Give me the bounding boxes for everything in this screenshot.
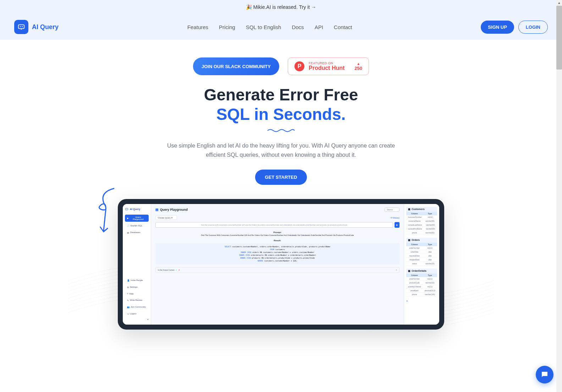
nav-link-pricing[interactable]: Pricing: [219, 24, 235, 30]
sidebar-item-label: Settings: [130, 286, 138, 288]
announcement-bar: 🎉 Mikie.AI is released. Try it →: [0, 0, 562, 14]
sidebar-item-join-community[interactable]: 👥Join Community: [125, 304, 149, 310]
app-sidebar: AI Query ▶Query Playground 📄Explain SQL …: [123, 204, 151, 325]
app-main-header: ▤Query Playground Demo: [155, 208, 400, 212]
hero-badges: JOIN OUR SLACK COMMUNITY P FEATURED ON P…: [7, 57, 555, 75]
nav-link-features[interactable]: Features: [187, 24, 208, 30]
svg-rect-3: [125, 208, 128, 210]
nav-link-sql-to-english[interactable]: SQL to English: [246, 24, 281, 30]
schema-table-card: ▦ CustomersColumnTypecustomerNumberint(1…: [406, 207, 437, 235]
schema-columns-header: ColumnType: [406, 212, 437, 215]
product-hunt-icon: P: [294, 61, 304, 71]
database-select[interactable]: Demo: [385, 208, 400, 212]
ph-featured-label: FEATURED ON: [309, 61, 345, 65]
schema-table-header[interactable]: ▦ OrderDetails: [406, 269, 437, 274]
feedback-incorrect-button[interactable]: ✗: [178, 269, 180, 271]
logout-icon: ↪: [127, 313, 129, 315]
query-controls: Create Query ▾ ⟳ History: [155, 215, 400, 220]
sidebar-item-label: Databases: [130, 231, 140, 233]
schema-columns-header: ColumnType: [406, 274, 437, 277]
sidebar-collapse-button[interactable]: «: [125, 318, 149, 321]
gear-icon: ⚙: [127, 286, 129, 288]
sidebar-item-label: Query Playground: [130, 216, 147, 220]
sidebar-item-label: Explain SQL: [131, 225, 142, 227]
sidebar-item-settings[interactable]: ⚙Settings: [125, 285, 149, 290]
sidebar-item-logout[interactable]: ↪Logout: [125, 311, 149, 316]
nav-link-docs[interactable]: Docs: [292, 24, 304, 30]
table-icon: ▦: [408, 208, 411, 211]
nav-link-contact[interactable]: Contact: [334, 24, 352, 30]
scrollbar[interactable]: ▲: [556, 0, 562, 365]
playground-header-icon: ▤: [155, 208, 159, 211]
sidebar-item-label: Join Community: [131, 306, 146, 308]
app-sidebar-brand: AI Query: [130, 208, 140, 210]
hero-title: Generate Error Free SQL in Seconds.: [7, 85, 555, 124]
output-feedback-bar: Is the Output Correct ✓ ✗ ⎘: [155, 267, 400, 273]
table-icon: ▦: [408, 270, 411, 272]
ph-votes: ▲ 250: [354, 62, 362, 71]
schema-column-row: quantityOrderedint(11): [406, 285, 437, 289]
sidebar-item-label: Logout: [130, 313, 136, 315]
app-main: ▤Query Playground Demo Create Query ▾ ⟳ …: [151, 204, 404, 325]
app-schema-panel: ▦ CustomersColumnTypecustomerNumberint(1…: [404, 204, 439, 325]
login-button[interactable]: LOGIN: [518, 21, 548, 34]
schema-column-row: contactFirstNamevarchar(50): [406, 227, 437, 231]
signup-button[interactable]: SIGN UP: [481, 21, 514, 34]
app-main-title: ▤Query Playground: [155, 208, 188, 211]
result-label: Result:: [155, 239, 400, 242]
schema-column-row: contactLastNamevarchar(50): [406, 223, 437, 227]
schema-column-row: shippedDatedate: [406, 258, 437, 262]
sidebar-item-label: Invite People: [131, 279, 143, 281]
scrollbar-up-arrow[interactable]: ▲: [556, 0, 562, 6]
svg-point-2: [22, 26, 23, 27]
schema-expand-button[interactable]: »: [406, 299, 437, 303]
announcement-link[interactable]: 🎉 Mikie.AI is released. Try it →: [246, 4, 316, 10]
hero-title-line1: Generate Error Free: [204, 85, 358, 104]
copy-result-button[interactable]: ⎘: [396, 269, 397, 271]
schema-column-row: orderNumberint(11): [406, 277, 437, 281]
run-query-button[interactable]: ▶: [395, 222, 400, 228]
get-started-button[interactable]: GET STARTED: [255, 170, 307, 185]
hero-section: JOIN OUR SLACK COMMUNITY P FEATURED ON P…: [0, 40, 562, 365]
explain-icon: 📄: [127, 225, 130, 227]
product-hunt-badge[interactable]: P FEATURED ON Product Hunt ▲ 250: [288, 57, 369, 75]
prompt-label: Prompt:: [155, 231, 400, 233]
tablet-screen: AI Query ▶Query Playground 📄Explain SQL …: [123, 204, 439, 325]
output-correct-label: Is the Output Correct: [158, 269, 174, 271]
schema-column-row: priceEachdecimal(10,2): [406, 289, 437, 293]
review-icon: ✎: [127, 299, 129, 302]
schema-column-row: customerNamevarchar(50): [406, 219, 437, 223]
schema-column-row: phonevarchar(100): [406, 293, 437, 297]
logo-section[interactable]: AI Query: [14, 20, 59, 34]
screenshot-section: AI Query ▶Query Playground 📄Explain SQL …: [118, 199, 444, 330]
logo-text: AI Query: [32, 23, 59, 31]
schema-table-header[interactable]: ▦ Orders: [406, 238, 437, 243]
svg-point-5: [127, 209, 127, 209]
feedback-correct-button[interactable]: ✓: [176, 269, 177, 271]
sidebar-item-explain-sql[interactable]: 📄Explain SQL: [125, 223, 149, 228]
sidebar-item-databases[interactable]: ▤Databases: [125, 230, 149, 235]
query-input[interactable]: find the customer with customers.custome…: [155, 222, 393, 228]
sidebar-item-query-playground[interactable]: ▶Query Playground: [125, 215, 149, 222]
query-input-row: find the customer with customers.custome…: [155, 222, 400, 228]
create-query-dropdown[interactable]: Create Query ▾: [155, 215, 177, 220]
history-link[interactable]: ⟳ History: [391, 216, 400, 219]
sidebar-item-invite[interactable]: 👤Invite People: [125, 278, 149, 283]
squiggle-decoration: [267, 128, 295, 133]
schema-column-row: orderNumberint(11): [406, 246, 437, 250]
sidebar-item-label: Help: [129, 293, 133, 295]
hero-description: Use simple English and let AI do the hea…: [164, 141, 398, 159]
schema-table-header[interactable]: ▦ Customers: [406, 207, 437, 212]
nav-link-api[interactable]: API: [315, 24, 323, 30]
logo-icon: [14, 20, 28, 34]
curly-arrow-decoration: [93, 185, 121, 234]
help-icon: ?: [127, 293, 128, 295]
sidebar-item-help[interactable]: ?Help: [125, 291, 149, 296]
ph-vote-count: 250: [354, 66, 362, 71]
sidebar-item-write-review[interactable]: ✎Write Review: [125, 298, 149, 303]
schema-column-row: phonevarchar(50): [406, 231, 437, 235]
slack-community-button[interactable]: JOIN OUR SLACK COMMUNITY: [193, 57, 279, 75]
scrollbar-thumb[interactable]: [556, 6, 562, 70]
schema-column-row: orderDatedate: [406, 250, 437, 254]
nav-links: Features Pricing SQL to English Docs API…: [187, 24, 352, 30]
